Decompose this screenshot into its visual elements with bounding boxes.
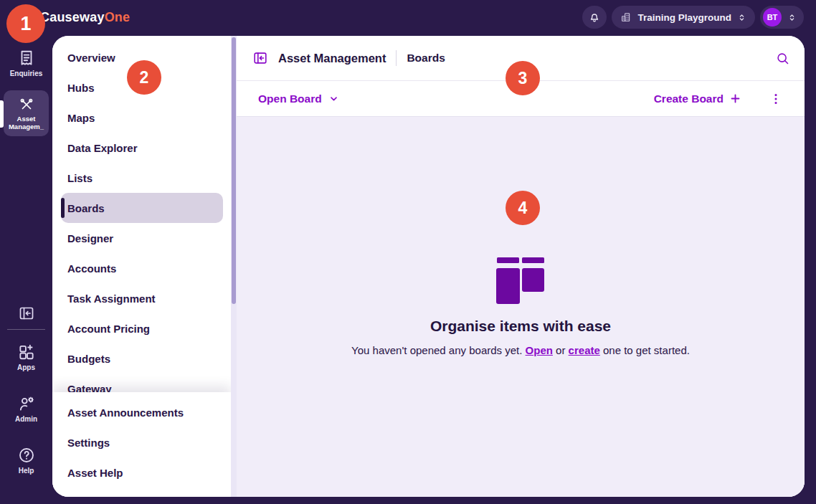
sidebar-item-data-explorer[interactable]: Data Explorer <box>61 133 223 163</box>
collapse-sidebar-button[interactable] <box>252 50 268 66</box>
collapse-panel-icon <box>18 305 35 322</box>
sidebar-item-label: Settings <box>67 437 110 449</box>
sidebar-item-boards[interactable]: Boards <box>61 193 223 223</box>
sidebar-item-label: Task Assignment <box>67 293 156 305</box>
content-card: Overview Hubs Maps Data Explorer Lists B… <box>52 36 805 497</box>
create-board-label: Create Board <box>654 92 724 105</box>
empty-state-title: Organise items with ease <box>430 318 611 335</box>
annotation-marker-1: 1 <box>6 4 45 43</box>
sidebar-item-label: Data Explorer <box>67 142 138 154</box>
breadcrumb-module[interactable]: Asset Management <box>278 52 386 65</box>
help-icon <box>17 446 36 465</box>
admin-user-gear-icon <box>17 394 36 413</box>
empty-message-suffix: one to get started. <box>600 344 690 356</box>
rail-item-admin[interactable]: Admin <box>0 394 52 423</box>
sidebar-item-label: Account Pricing <box>67 323 150 335</box>
workspace-switcher[interactable]: Training Playground <box>612 6 755 29</box>
empty-message-prefix: You haven't opened any boards yet. <box>351 344 526 356</box>
breadcrumb-page: Boards <box>407 52 445 65</box>
sidebar-item-maps[interactable]: Maps <box>61 103 223 133</box>
more-options-button[interactable] <box>769 92 783 106</box>
sidebar-item-account-pricing[interactable]: Account Pricing <box>61 313 223 343</box>
empty-message-middle: or <box>553 344 569 356</box>
rail-divider <box>7 329 45 330</box>
annotation-marker-4: 4 <box>506 191 540 225</box>
create-board-link[interactable]: create <box>569 344 600 356</box>
rail-item-apps[interactable]: Apps <box>0 343 52 371</box>
sidebar-item-label: Budgets <box>67 353 110 365</box>
collapse-panel-icon <box>252 50 268 66</box>
sidebar-pinned-section: Asset Announcements Settings Asset Help <box>52 392 231 497</box>
kanban-board-icon <box>496 257 545 305</box>
sidebar-item-asset-help[interactable]: Asset Help <box>61 457 223 488</box>
breadcrumb-separator <box>396 50 397 66</box>
search-icon <box>775 51 790 66</box>
annotation-marker-2: 2 <box>127 60 161 95</box>
sidebar-scrollbar <box>231 36 237 497</box>
rail-item-label: Asset Managem_ <box>6 115 47 130</box>
sidebar-item-label: Asset Announcements <box>67 406 184 419</box>
sidebar-item-label: Accounts <box>67 262 116 275</box>
sidebar-item-task-assignment[interactable]: Task Assignment <box>61 283 223 313</box>
building-icon <box>620 11 632 23</box>
sidebar-item-asset-announcements[interactable]: Asset Announcements <box>61 397 223 427</box>
sidebar-item-designer[interactable]: Designer <box>61 223 223 253</box>
sidebar-item-settings[interactable]: Settings <box>61 427 223 457</box>
rail-item-enquiries[interactable]: Enquiries <box>0 49 52 77</box>
empty-state: Organise items with ease You haven't ope… <box>237 116 805 497</box>
sidebar-item-budgets[interactable]: Budgets <box>61 343 223 374</box>
sidebar-scrollbar-thumb[interactable] <box>232 37 236 304</box>
sidebar-item-lists[interactable]: Lists <box>61 163 223 193</box>
sidebar-item-label: Overview <box>67 52 115 64</box>
rail-item-label: Enquiries <box>10 70 43 77</box>
tools-icon <box>18 96 35 113</box>
create-board-button[interactable]: Create Board <box>654 92 741 105</box>
workspace-name: Training Playground <box>637 12 731 23</box>
module-sidebar: Overview Hubs Maps Data Explorer Lists B… <box>52 36 231 497</box>
chevron-down-icon <box>328 92 340 105</box>
sidebar-item-accounts[interactable]: Accounts <box>61 253 223 283</box>
app-header: CausewayOne Training Playground BT <box>0 0 816 34</box>
rail-selection-indicator <box>0 100 4 128</box>
annotation-marker-3: 3 <box>506 61 540 95</box>
sidebar-item-label: Lists <box>67 172 92 184</box>
app-logo[interactable]: CausewayOne <box>40 0 130 34</box>
chevron-updown-icon <box>737 13 746 22</box>
main-panel: Asset Management Boards Open Board Creat… <box>237 36 805 497</box>
rail-item-asset-management[interactable]: Asset Managem_ <box>4 90 49 136</box>
rail-collapse-button[interactable] <box>0 305 52 322</box>
rail-item-label: Admin <box>15 415 37 423</box>
sidebar-item-label: Maps <box>67 112 95 124</box>
rail-item-label: Apps <box>17 363 35 371</box>
open-board-dropdown[interactable]: Open Board <box>258 92 340 105</box>
bell-icon <box>588 11 601 24</box>
receipt-icon <box>17 49 36 67</box>
rail-item-help[interactable]: Help <box>0 446 52 475</box>
rail-item-label: Help <box>19 467 34 475</box>
sidebar-item-label: Boards <box>67 202 105 214</box>
sidebar-item-label: Hubs <box>67 82 95 94</box>
search-button[interactable] <box>775 51 790 66</box>
sidebar-item-label: Designer <box>67 232 113 244</box>
account-menu[interactable]: BT <box>760 6 804 29</box>
logo-text-causeway: Causeway <box>40 10 105 25</box>
open-board-link[interactable]: Open <box>526 344 553 356</box>
sidebar-item-label: Asset Help <box>67 467 123 479</box>
open-board-label: Open Board <box>258 92 322 105</box>
logo-text-one: One <box>105 10 131 25</box>
avatar: BT <box>763 8 782 27</box>
kebab-menu-icon <box>769 92 783 106</box>
plus-icon <box>729 92 741 105</box>
module-rail: Enquiries Asset Managem_ Apps Admin Help <box>0 34 52 504</box>
notifications-button[interactable] <box>582 6 607 29</box>
chevron-updown-icon <box>787 13 797 22</box>
apps-icon <box>17 343 36 361</box>
empty-state-message: You haven't opened any boards yet. Open … <box>351 344 690 356</box>
